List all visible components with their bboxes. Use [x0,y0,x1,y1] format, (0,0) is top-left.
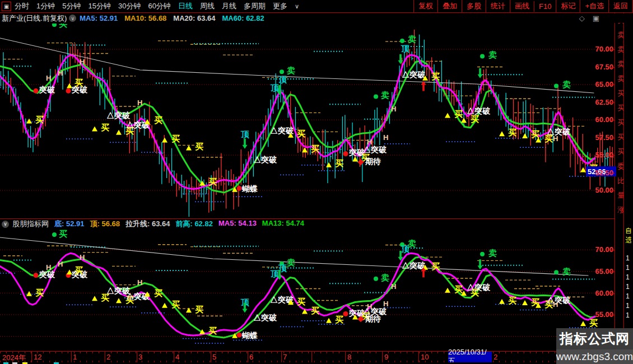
svg-text:H: H [367,138,372,146]
window-layout-icon[interactable]: ▣ [2,2,11,11]
axis-tick [92,352,93,353]
axis-tick [376,352,376,353]
sidebar-number: 1 [626,283,630,291]
axis-tick [333,352,333,353]
x-axis-label: 12 [34,353,41,361]
axis-tick [277,352,278,353]
toolbar-item-多周期[interactable]: 多周期 [244,1,266,11]
svg-text:买: 买 [531,129,539,139]
svg-text:期待: 期待 [365,157,381,166]
sidebar-number: 1 [626,292,630,300]
sidebar-tab-partial[interactable]: 选 [625,235,631,245]
candlestick-chart[interactable]: 买突破突破买买买△突破买△突破买买买买蝴蝶△突破顶卖顶顶△突破买买买突破买△突破… [0,0,633,364]
toolbar-button-F10[interactable]: F10 [534,1,556,12]
month-separator [137,352,137,362]
indicator-field: 前高: 62.82 [175,219,212,229]
toolbar-button-返回[interactable]: 返回 [608,0,633,12]
toolbar-item-1分钟[interactable]: 1分钟 [36,1,55,11]
x-axis-label: 2 [106,353,110,361]
axis-tick [136,352,136,353]
svg-text:H: H [46,74,51,82]
svg-text:顶: 顶 [278,74,287,84]
x-axis-label: 6 [249,353,253,361]
ma-values: MA5: 52.91MA10: 56.68MA20: 63.64MA60: 62… [80,14,271,22]
toolbar-button-标记[interactable]: 标记 [556,0,580,12]
sidebar-clipped-char: 卖 [617,74,623,84]
ma-value: MA10: 56.68 [124,14,166,22]
toolbar-button-叠加[interactable]: 叠加 [437,0,462,12]
toolbar-item-15分钟[interactable]: 15分钟 [88,1,110,11]
indicator-field: MA13: 54.74 [262,219,304,229]
toolbar-item-月线[interactable]: 月线 [222,1,236,11]
axis-tick [536,352,537,353]
x-axis[interactable]: 2024年121234567891022025/10/31/五 [0,351,615,363]
svg-text:卖: 卖 [287,258,295,267]
axis-tick [394,352,395,353]
axis-tick [437,352,438,353]
toolbar-button-+自选[interactable]: +自选 [580,0,608,12]
toolbar-item-30分钟[interactable]: 30分钟 [118,1,141,11]
x-axis-label: 8 [347,353,351,361]
toolbar-left-items: 分时1分钟5分钟15分钟30分钟60分钟日线周线月线多周期更多 [15,1,295,11]
axis-tick [302,352,302,353]
x-axis-label: 2 [494,353,497,361]
window-split-icon[interactable]: ▣ [593,14,599,22]
axis-tick [401,352,401,353]
axis-tick [548,352,549,353]
svg-text:买: 买 [171,134,180,143]
svg-text:H: H [46,263,51,272]
svg-text:买: 买 [195,305,203,314]
sidebar-clipped-char: 委 [617,161,623,171]
toolbar-item-日线[interactable]: 日线 [178,1,193,11]
toolbar-item-分时[interactable]: 分时 [15,1,29,11]
month-separator [418,352,419,362]
axis-tick [357,352,358,353]
axis-tick [308,352,309,353]
svg-text:H: H [80,58,85,66]
toolbar-divider [0,12,633,13]
toolbar-item-60分钟[interactable]: 60分钟 [148,1,170,11]
month-separator [105,352,105,362]
toolbar-button-画线[interactable]: 画线 [510,0,534,12]
month-separator [382,352,383,362]
svg-text:卖: 卖 [488,248,497,258]
right-sidebar-strip[interactable]: 卖卖卖卖卖买买买买买委比量涨自选1111111 [615,12,633,364]
svg-text:买: 买 [35,288,44,297]
axis-tick [62,352,62,353]
price-label: 67.50 [584,63,613,71]
axis-tick [407,352,407,353]
sidebar-tab-partial[interactable]: 自 [625,226,632,236]
axis-tick [542,352,543,353]
axis-tick [499,352,500,353]
axis-tick [505,352,506,353]
axis-tick [86,352,87,353]
axis-tick [160,352,161,353]
axis-tick [166,352,167,353]
axis-tick [530,352,530,353]
chevron-down-icon[interactable]: ∨ [2,221,9,228]
price-label: 62.50 [584,98,613,106]
toolbar-item-5分钟[interactable]: 5分钟 [62,1,81,11]
toolbar-item-周线[interactable]: 周线 [200,1,215,11]
svg-text:卖: 卖 [408,34,416,44]
axis-tick [290,352,290,353]
svg-text:买: 买 [35,115,44,124]
toolbar-item-更多[interactable]: 更多 [273,1,287,11]
month-separator [211,352,211,362]
toolbar-button-多股[interactable]: 多股 [462,0,486,12]
price-scale-border [615,12,615,362]
svg-text:△突破: △突破 [402,70,426,79]
toolbar-button-复权[interactable]: 复权 [413,0,437,12]
sidebar-clipped-char: 买 [617,132,623,142]
chevron-down-icon[interactable]: ∨ [69,15,76,22]
diamond-icon[interactable]: ◇ [579,14,585,22]
axis-tick [203,352,204,353]
ma-value: MA20: 63.64 [173,14,215,22]
svg-text:顶: 顶 [401,244,409,254]
indicator-field: 顶: 56.68 [90,219,119,229]
svg-text:H: H [553,300,558,309]
toolbar-button-统计[interactable]: 统计 [486,0,510,12]
axis-tick [320,352,321,353]
price-tick [610,155,615,156]
more-dropdown-icon[interactable]: ∨ [295,3,299,10]
